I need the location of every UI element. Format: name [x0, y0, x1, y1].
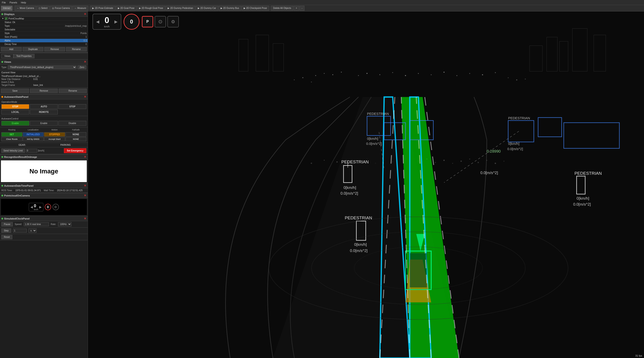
toolbar-interact[interactable]: Interact [1, 6, 12, 11]
cv-target-frame-label: Target Frame [1, 84, 33, 86]
views-type-select[interactable]: ThirdPersonFollower (rviz_default_plugin… [8, 65, 76, 69]
routing-clear-route-btn[interactable]: Clear Route [1, 137, 22, 141]
sim-clock-title[interactable]: SimulatedClockPanel [4, 217, 30, 220]
routing-none-btn[interactable]: NONE [66, 132, 86, 137]
om-stop-btn[interactable]: STOP [1, 104, 29, 109]
routing-stopped-btn[interactable]: STOPPED [44, 132, 65, 137]
views-zero-btn[interactable]: Zero [78, 65, 86, 69]
toolbar-2d-goal-pose[interactable]: ▶ 2D Goal Pose [116, 6, 136, 11]
svg-point-12 [341, 72, 342, 73]
datetime-close-btn[interactable]: ✕ [84, 184, 86, 187]
toolbar-remove[interactable]: - [300, 6, 304, 11]
displays-rename-btn[interactable]: Rename [66, 47, 87, 51]
displays-decay-row[interactable]: Decay Time 0 [0, 43, 88, 46]
speed-increase-btn[interactable]: ▶ [114, 19, 118, 24]
tab-views[interactable]: Views [1, 54, 14, 58]
hud-gear-btn[interactable]: ⚙ [168, 16, 179, 28]
pc-camera-close-btn[interactable]: ✕ [84, 194, 86, 197]
pc-camera-title[interactable]: PointcloudOnCamera [4, 194, 30, 197]
views-rename-btn[interactable]: Rename [59, 89, 87, 93]
send-velocity-limit-btn[interactable]: Send Velocity Limit [1, 149, 25, 153]
reset-btn[interactable]: Reset [1, 235, 12, 239]
ac-disable-btn[interactable]: Disable [58, 121, 86, 126]
displays-selectable-row[interactable]: Selectable [0, 28, 88, 32]
displays-arrow-1: ▼ [2, 17, 4, 20]
autoware-title[interactable]: AutowareStatePanel [4, 96, 28, 98]
displays-add-btn[interactable]: Add [1, 47, 22, 51]
toolbar-2d-dummy-car[interactable]: ▶ 2D Dummy Car [196, 6, 218, 11]
toolbar-focus-camera[interactable]: ◎ Focus Camera [50, 6, 72, 11]
routing-set-btn[interactable]: SET [1, 132, 22, 137]
sim-clock-step-input[interactable] [13, 229, 27, 233]
velocity-input[interactable] [26, 149, 37, 153]
datetime-title[interactable]: AutowareDateTimePanel [4, 184, 34, 187]
toolbar-measure[interactable]: ↔ Measure [72, 6, 88, 11]
svg-point-9 [316, 75, 316, 76]
sim-clock-step-unit-select[interactable]: s [28, 228, 36, 233]
om-remote-btn[interactable]: REMOTE [30, 110, 58, 115]
hud-gear-icon: ⚙ [171, 19, 175, 25]
menu-help[interactable]: Help [21, 1, 26, 4]
toolbar-2d-dummy-bus[interactable]: ▶ 2D Dummy Bus [218, 6, 241, 11]
hud-steering-btn[interactable]: ⊙ [154, 16, 166, 28]
cv-near-clip-label: Near Clip Distance [1, 78, 33, 80]
displays-title[interactable]: Displays [4, 13, 14, 16]
operation-mode-section: OperationMode STOP AUTO STOP LOCAL REMOT… [0, 99, 88, 116]
toolbar-add[interactable]: + [294, 6, 299, 11]
toolbar: Interact ↔ Move Camera ◻ Select ◎ Focus … [0, 5, 644, 12]
svg-point-49 [336, 161, 338, 163]
displays-close-btn[interactable]: ✕ [84, 12, 86, 16]
parking-label: PARKING [45, 144, 86, 146]
hud-park-btn[interactable]: P [142, 16, 153, 28]
displays-checkbox-1[interactable]: ✓ [5, 17, 8, 20]
displays-remove-btn[interactable]: Remove [44, 47, 65, 51]
svg-point-20 [444, 72, 444, 73]
sim-clock-rate-select[interactable]: 100Hz [58, 222, 72, 226]
displays-duplicate-btn[interactable]: Duplicate [22, 47, 44, 51]
toolbar-delete-all[interactable]: Delete All Objects [271, 6, 293, 11]
om-stop2-btn[interactable]: STOP [58, 104, 86, 109]
om-local-btn[interactable]: LOCAL [1, 110, 29, 115]
displays-alpha-row[interactable]: Alpha 0.3 [0, 39, 88, 43]
viewport[interactable]: PEDESTRIAN 0[km/h] 0.0[m/s^2] PEDESTRIAN… [88, 12, 644, 358]
views-close-btn[interactable]: ✕ [84, 60, 86, 64]
toolbar-2d-rough-goal-pose[interactable]: ▶ 2D Rough Goal Pose [137, 6, 165, 11]
displays-style-row[interactable]: Style Points [0, 32, 88, 35]
routing-accept-start-btn[interactable]: Accept Start [44, 137, 65, 141]
menu-panels[interactable]: Panels [10, 1, 17, 4]
sim-clock-step-btn[interactable]: Step [1, 228, 11, 233]
speed-decrease-btn[interactable]: ◀ [96, 19, 99, 24]
tab-tool-properties[interactable]: Tool Properties [14, 54, 35, 58]
sim-clock-pause-btn[interactable]: Pause [1, 222, 13, 226]
routing-none2-btn[interactable]: NONE [66, 137, 86, 141]
toolbar-2d-pose-estimate[interactable]: ▶ 2D Pose Estimate [90, 6, 115, 11]
set-emergency-btn[interactable]: Set Emergency [64, 148, 86, 153]
displays-pointcloudmap-row[interactable]: ▼ ✓ PointCloudMap [0, 17, 88, 21]
displays-topic-row[interactable]: Topic /map/pointcloud_map [0, 24, 88, 28]
displays-label-status: Status: Ok [4, 21, 87, 24]
toolbar-select[interactable]: ◻ Select [36, 6, 50, 11]
sim-clock-speed-input[interactable] [24, 222, 49, 226]
autoware-close-btn[interactable]: ✕ [84, 95, 86, 99]
routing-section: Routing Localization Motion FailSafe SET… [0, 127, 88, 143]
ac-enable2-btn[interactable]: Enable [30, 121, 58, 126]
routing-init-gnss-btn[interactable]: Init by GNSS [23, 137, 44, 141]
menu-file[interactable]: File [2, 1, 6, 4]
ac-enable-btn[interactable]: Enable [1, 121, 29, 126]
views-save-btn[interactable]: Save [1, 89, 29, 93]
wall-time-value: 2024-02-16 17:52:51.425 [57, 189, 83, 192]
sim-clock-close-btn[interactable]: ✕ [84, 217, 86, 220]
toolbar-2d-dummy-pedestrian[interactable]: ▶ 2D Dummy Pedestrian [166, 6, 195, 11]
recognition-close-btn[interactable]: ✕ [84, 155, 86, 159]
main-content: Displays ✕ ▼ ✓ PointCloudMap Status: Ok … [0, 12, 644, 358]
operation-mode-buttons: STOP AUTO STOP LOCAL REMOTE [1, 104, 86, 115]
displays-size-row[interactable]: Size (Pixels) 1 [0, 35, 88, 39]
routing-initialized-btn[interactable]: INITIALIZED [23, 132, 44, 137]
ros-time-label: ROS Time: [1, 189, 12, 192]
toolbar-2d-checkpoint-pose[interactable]: ▶ 2D Checkpoint Pose [242, 6, 269, 11]
toolbar-move-camera[interactable]: ↔ Move Camera [14, 6, 36, 11]
displays-status-row[interactable]: Status: Ok [0, 21, 88, 24]
views-remove-btn[interactable]: Remove [30, 89, 58, 93]
om-auto-btn[interactable]: AUTO [30, 104, 58, 109]
recognition-title[interactable]: RecognitionResultOnImage [4, 156, 37, 158]
